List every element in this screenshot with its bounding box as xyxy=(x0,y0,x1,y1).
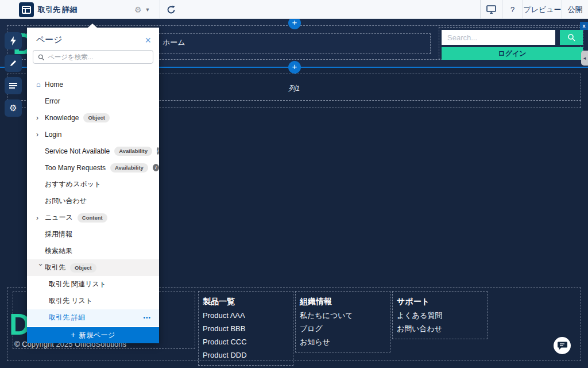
page-item-label: 検索結果 xyxy=(45,246,72,256)
page-item-label: 採用情報 xyxy=(45,229,72,239)
panel-collapse-handle[interactable]: ◂ xyxy=(581,51,588,66)
footer-link[interactable]: 私たちについて xyxy=(300,309,390,322)
refresh-icon xyxy=(167,5,176,14)
page-item[interactable]: ›取引先Object xyxy=(27,259,159,276)
sidebar-components-button[interactable] xyxy=(5,32,22,49)
footer-column[interactable]: サポートよくある質問お問い合わせ xyxy=(392,291,488,339)
pages-panel: ページ × ⌂HomeError›KnowledgeObject›LoginSe… xyxy=(27,28,159,343)
page-item-label: 取引先 リスト xyxy=(49,296,92,306)
close-badge[interactable]: x xyxy=(580,22,588,30)
chat-bubble-icon xyxy=(557,341,567,350)
page-item[interactable]: Error xyxy=(27,93,159,109)
footer-link[interactable]: お問い合わせ xyxy=(397,322,487,335)
footer-link[interactable]: Product CCC xyxy=(203,335,293,348)
page-item[interactable]: Service Not AvailableAvailabilityi xyxy=(27,143,159,159)
plus-icon: + xyxy=(71,330,75,339)
page-item-label: お問い合わせ xyxy=(45,196,87,206)
page-item-label: Too Many Requests xyxy=(45,164,106,172)
search-icon xyxy=(38,54,44,60)
footer-column-title: サポート xyxy=(397,294,487,309)
lightning-icon xyxy=(10,36,17,45)
page-item[interactable]: Too Many RequestsAvailabilityi xyxy=(27,159,159,176)
page-type-badge: Content xyxy=(78,213,107,223)
page-item[interactable]: 取引先 リスト xyxy=(27,293,159,309)
gear-icon: ⚙ xyxy=(9,103,17,113)
page-item-label: 取引先 関連リスト xyxy=(49,279,106,289)
footer-link[interactable]: よくある質問 xyxy=(397,309,487,322)
page-item[interactable]: ›KnowledgeObject xyxy=(27,109,159,126)
page-type-badge: Object xyxy=(70,263,96,273)
page-item[interactable]: ›Login xyxy=(27,126,159,143)
page-item[interactable]: 検索結果 xyxy=(27,243,159,259)
menu-lines-icon xyxy=(9,82,17,89)
page-item-label: Home xyxy=(45,80,63,89)
site-search-input[interactable] xyxy=(442,30,555,45)
refresh-button[interactable] xyxy=(163,0,180,19)
close-icon[interactable]: × xyxy=(145,36,151,44)
publish-button[interactable]: 公開 xyxy=(562,0,588,19)
page-item[interactable]: ›ニュースContent xyxy=(27,209,159,226)
page-item[interactable]: 取引先 詳細••• xyxy=(27,309,159,326)
gear-icon: ⚙ xyxy=(134,5,142,14)
add-section-button[interactable]: + xyxy=(288,61,301,74)
pages-search-box[interactable] xyxy=(33,50,153,64)
chevron-down-icon: › xyxy=(37,263,45,272)
footer-link[interactable]: Product BBB xyxy=(203,322,293,335)
current-page-title[interactable]: 取引先 詳細 xyxy=(38,0,78,19)
toolbar-divider xyxy=(160,0,160,19)
footer-column-title: 製品一覧 xyxy=(203,294,293,309)
chevron-down-icon: ▼ xyxy=(145,7,150,13)
builder-icon xyxy=(22,6,31,14)
chevron-right-icon: › xyxy=(36,214,45,222)
builder-home-button[interactable] xyxy=(19,2,34,17)
page-item-label: ニュース xyxy=(45,213,73,223)
page-type-badge: Availability xyxy=(110,163,148,172)
search-icon xyxy=(567,33,575,41)
pages-list: ⌂HomeError›KnowledgeObject›LoginService … xyxy=(27,76,159,326)
chevron-right-icon: › xyxy=(36,131,45,139)
page-item[interactable]: 採用情報 xyxy=(27,226,159,243)
pencil-icon xyxy=(9,59,17,67)
search-login-widget[interactable]: ログイン xyxy=(439,27,583,59)
page-item-label: 取引先 xyxy=(45,263,65,273)
panel-title: ページ xyxy=(36,34,63,45)
new-page-button[interactable]: +新規ページ xyxy=(27,327,159,343)
page-item[interactable]: 取引先 関連リスト xyxy=(27,276,159,293)
monitor-icon xyxy=(486,5,496,14)
search-gap xyxy=(555,30,560,45)
footer-link[interactable]: Product AAA xyxy=(203,309,293,322)
footer-link[interactable]: Product DDD xyxy=(203,348,293,362)
home-icon: ⌂ xyxy=(36,80,45,89)
nav-item-home[interactable]: ホーム xyxy=(163,37,185,48)
builder-toolbar: 取引先 詳細 ⚙ ▼ ? プレビュー 公開 xyxy=(0,0,588,19)
footer-link[interactable]: お知らせ xyxy=(300,335,390,348)
help-button[interactable]: ? xyxy=(502,0,523,19)
page-item-label: Service Not Available xyxy=(45,147,110,155)
sidebar-content-button[interactable] xyxy=(5,77,22,94)
footer-columns: 製品一覧Product AAAProduct BBBProduct CCCPro… xyxy=(198,291,488,366)
page-item-label: Knowledge xyxy=(45,114,79,122)
sidebar-settings-button[interactable]: ⚙ xyxy=(5,99,22,117)
page-item[interactable]: お問い合わせ xyxy=(27,193,159,209)
site-search-button[interactable] xyxy=(560,30,583,45)
device-preview-button[interactable] xyxy=(480,0,502,19)
pages-search-input[interactable] xyxy=(48,53,148,60)
page-item-label: おすすめスポット xyxy=(45,179,101,189)
page-item[interactable]: おすすめスポット xyxy=(27,176,159,193)
page-item-label: 取引先 詳細 xyxy=(49,313,85,323)
footer-column[interactable]: 製品一覧Product AAAProduct BBBProduct CCCPro… xyxy=(198,291,293,366)
info-icon[interactable]: i xyxy=(153,164,159,171)
page-type-badge: Availability xyxy=(114,147,152,156)
page-item-label: Error xyxy=(45,97,60,105)
login-button[interactable]: ログイン xyxy=(442,47,583,60)
footer-link[interactable]: ブログ xyxy=(300,322,390,335)
info-icon[interactable]: i xyxy=(157,147,159,155)
page-type-badge: Object xyxy=(83,113,110,122)
sidebar-theme-button[interactable] xyxy=(5,55,22,72)
page-item[interactable]: ⌂Home xyxy=(27,76,159,93)
page-settings-button[interactable]: ⚙ ▼ xyxy=(134,0,150,19)
page-actions-menu[interactable]: ••• xyxy=(143,315,151,321)
footer-column[interactable]: 組織情報私たちについてブログお知らせ xyxy=(295,291,390,352)
chat-button[interactable] xyxy=(554,337,571,354)
preview-button[interactable]: プレビュー xyxy=(523,0,562,19)
